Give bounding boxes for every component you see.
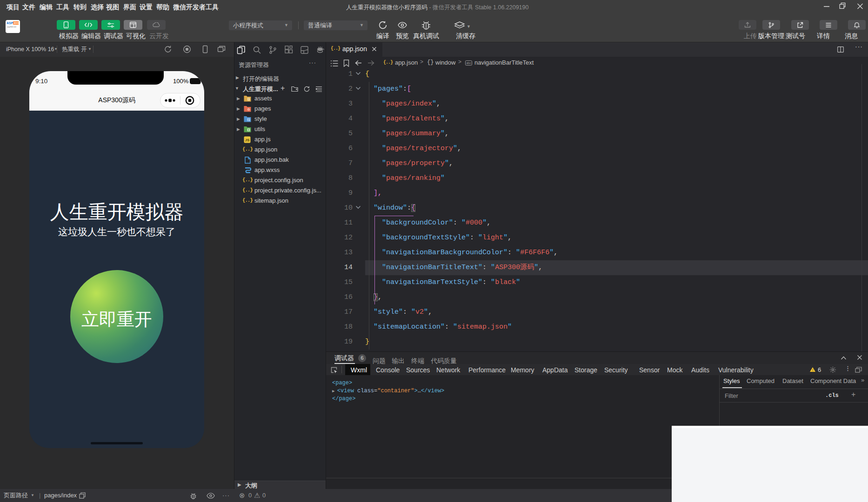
svg-text:abc: abc <box>466 61 471 65</box>
svg-text:JS: JS <box>245 138 250 142</box>
svg-text:!: ! <box>812 368 813 372</box>
